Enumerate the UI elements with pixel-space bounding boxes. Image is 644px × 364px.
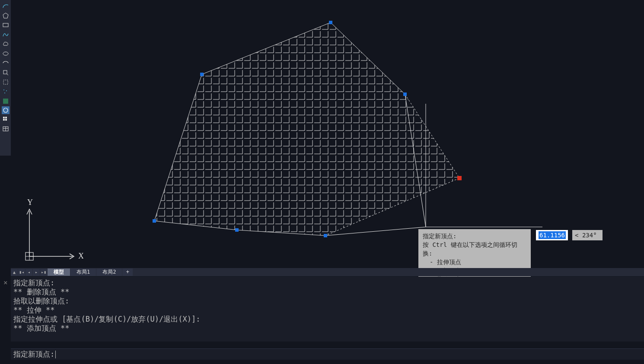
svg-rect-1 [3,23,8,27]
left-toolbar [0,0,11,156]
dynamic-angle-input[interactable]: < 234° [572,230,603,240]
command-history[interactable]: 指定新顶点: ** 删除顶点 ** 拾取以删除顶点: ** 拉伸 ** 指定拉伸… [11,277,644,342]
command-input-row: 指定新顶点: [11,348,644,360]
svg-rect-3 [3,70,7,74]
block-insert-icon[interactable] [1,68,10,77]
table-icon[interactable] [1,125,10,133]
svg-rect-12 [3,119,5,121]
gradient-icon[interactable] [1,97,10,105]
tooltip-line: 指定新顶点: [423,232,526,240]
grip[interactable] [153,219,156,223]
rectangle-icon[interactable] [1,21,10,29]
close-icon[interactable]: × [3,278,8,287]
distance-value: 61.1156 [539,231,566,239]
svg-point-2 [3,52,8,55]
tab-prev-icon[interactable]: ◂ [26,269,32,276]
angle-value: 234° [582,232,597,239]
drawing-canvas[interactable]: X Y [11,0,644,267]
tab-layout1[interactable]: 布局1 [70,268,96,276]
tooltip-line: 按 Ctrl 键在以下选项之间循环切换: [423,240,526,258]
arc-icon[interactable] [1,2,10,10]
drawing-svg [11,0,644,267]
grip[interactable] [329,21,332,24]
tab-scroll-up-icon[interactable]: ▲ [11,269,18,276]
tooltip-option: 拉伸顶点 [437,259,461,265]
tab-add[interactable]: + [122,268,133,276]
hot-grip[interactable] [457,176,462,180]
svg-point-7 [4,93,5,93]
svg-rect-11 [5,117,7,118]
history-line: ** 添加顶点 ** [13,324,641,333]
svg-point-6 [6,90,7,91]
layout-tabs: ▲ ▮◂ ◂ ▸ ▸▮ 模型 布局1 布局2 + [11,268,644,276]
svg-rect-4 [3,80,8,84]
tab-model[interactable]: 模型 [48,268,70,276]
history-line: 拾取以删除顶点: [13,297,641,306]
svg-marker-0 [3,13,8,18]
boundary-icon[interactable] [2,106,10,114]
command-prompt: 指定新顶点: [13,349,54,359]
history-line: 指定拉伸点或 [基点(B)/复制(C)/放弃(U)/退出(X)]: [13,315,641,324]
revision-cloud-icon[interactable] [1,40,10,48]
grip[interactable] [200,73,204,76]
tab-first-icon[interactable]: ▮◂ [18,269,25,276]
svg-point-9 [3,108,8,112]
grip[interactable] [324,234,327,237]
hatch-pattern [140,17,478,242]
region-icon[interactable] [1,78,10,86]
point-icon[interactable] [1,87,10,96]
svg-rect-10 [3,117,5,118]
tab-last-icon[interactable]: ▸▮ [40,269,47,276]
ellipse-icon[interactable] [1,49,10,58]
history-line: ** 删除顶点 ** [13,287,641,297]
tab-next-icon[interactable]: ▸ [33,269,40,276]
spline-icon[interactable] [1,30,10,39]
grip[interactable] [403,93,407,96]
svg-point-5 [3,89,4,90]
svg-rect-13 [5,119,7,121]
history-line: ** 拉伸 ** [13,306,641,315]
ellipse-arc-icon[interactable] [1,59,10,67]
angle-prefix: < [575,232,578,239]
hatch-grid-icon[interactable] [1,115,10,124]
polygon-icon[interactable] [1,11,10,20]
command-input[interactable] [56,350,402,359]
svg-rect-8 [3,99,8,104]
history-line: 指定新顶点: [13,278,641,287]
tab-layout2[interactable]: 布局2 [96,268,122,276]
grip[interactable] [235,228,239,232]
dynamic-distance-input[interactable]: 61.1156 [536,230,568,240]
